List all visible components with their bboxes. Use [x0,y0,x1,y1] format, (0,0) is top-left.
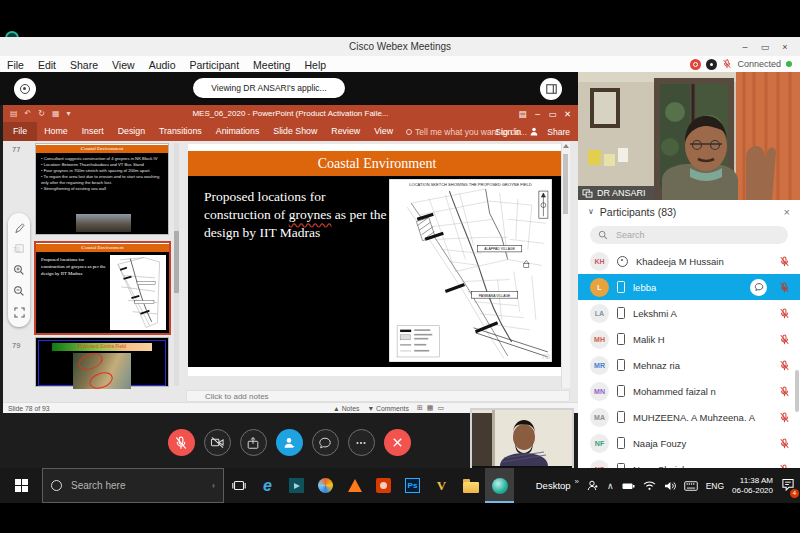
zoom-in-icon[interactable] [13,264,25,276]
annotate-pen-icon[interactable] [14,223,25,234]
taskbar-search[interactable] [42,468,224,503]
taskbar-search-input[interactable] [69,479,205,492]
self-video-thumbnail[interactable] [470,408,574,472]
participant-row[interactable]: KH Khadeeja M Hussain [578,248,800,274]
share-screen-button[interactable] [240,429,267,456]
minimize-button[interactable]: – [736,42,754,52]
menu-share[interactable]: Share [63,59,105,71]
recorder-icon[interactable] [690,59,701,70]
v-app-icon[interactable]: V [427,468,456,503]
reading-view-icon[interactable]: ▭ [437,404,444,412]
sorter-view-icon[interactable]: ▦ [427,404,434,412]
menu-participant[interactable]: Participant [182,59,246,71]
battery-icon[interactable] [622,481,635,491]
powerpoint-titlebar: ▤ ↶ ↻ ▦ ▾ MES_06_2020 - PowerPoint (Prod… [3,105,578,122]
share-button[interactable]: Share [547,127,570,137]
photoshop-icon[interactable]: Ps [398,468,427,503]
tab-animations[interactable]: Animations [209,122,267,141]
sign-in-link[interactable]: Sign in [495,127,521,137]
edge-icon[interactable]: e [253,468,282,503]
vlc-icon[interactable] [340,468,369,503]
tab-home[interactable]: Home [37,122,74,141]
chat-bubble-button[interactable] [750,279,767,296]
maximize-button[interactable]: ▭ [756,42,774,52]
status-dot [786,61,792,67]
mic-muted-button[interactable] [168,429,195,456]
menu-view[interactable]: View [105,59,142,71]
browser-globe-icon[interactable] [311,468,340,503]
pointer-icon[interactable] [14,243,25,254]
ppt-minimize-button[interactable]: – [530,109,545,119]
action-center-button[interactable]: 4 [781,477,795,495]
participant-row[interactable]: NF Naaja Fouzy [578,430,800,456]
tab-design[interactable]: Design [111,122,152,141]
participant-row[interactable]: MR Mehnaz ria [578,352,800,378]
phone-icon [617,333,625,345]
close-panel-icon[interactable]: × [784,206,790,218]
slide-scrollbar[interactable] [561,142,570,388]
search-input[interactable] [614,229,780,241]
chat-button[interactable] [312,429,339,456]
viewing-banner[interactable]: Viewing DR ANSARI's applic... [193,78,345,98]
participant-row-selected[interactable]: L lebba [578,274,800,300]
share-tools-toolbar [8,213,30,327]
language-indicator[interactable]: ENG [706,481,724,491]
participant-row[interactable]: MN Mohammed faizal n [578,378,800,404]
start-button[interactable] [0,468,42,503]
tab-transitions[interactable]: Transitions [152,122,209,141]
touch-keyboard-icon[interactable] [684,481,698,491]
webex-taskbar-icon[interactable] [485,468,514,503]
powerpoint-window: ▤ ↶ ↻ ▦ ▾ MES_06_2020 - PowerPoint (Prod… [3,105,578,412]
notes-pane[interactable]: Click to add notes [186,390,570,402]
tab-review[interactable]: Review [324,122,367,141]
file-explorer-icon[interactable] [456,468,485,503]
chevron-down-icon[interactable]: ∨ [588,207,594,216]
tab-view[interactable]: View [367,122,400,141]
session-options-button[interactable] [14,78,36,100]
ppt-close-button[interactable]: ✕ [560,109,575,119]
people-icon[interactable] [587,480,599,491]
zoom-out-icon[interactable] [13,285,25,297]
camera-off-button[interactable] [204,429,231,456]
more-options-button[interactable] [348,429,375,456]
participant-row[interactable]: MA MUHZEENA. A Muhzeena. A [578,404,800,430]
tab-file[interactable]: File [3,122,37,141]
participant-search[interactable] [590,226,788,244]
leave-meeting-button[interactable] [384,429,411,456]
normal-view-icon[interactable]: ⊞ [417,404,423,412]
fit-view-icon[interactable] [14,307,25,318]
tab-slideshow[interactable]: Slide Show [266,122,324,141]
wifi-icon[interactable] [643,480,656,491]
menu-meeting[interactable]: Meeting [246,59,297,71]
audio-connection-icon[interactable] [706,59,717,70]
participant-row[interactable]: LA Lekshmi A [578,300,800,326]
clock[interactable]: 11:38 AM 06-06-2020 [732,476,773,496]
ppt-restore-button[interactable]: ▭ [545,109,560,119]
slide-thumbnail-77[interactable]: Coastal Environment Consultant suggests … [35,143,169,235]
office-icon[interactable] [369,468,398,503]
participant-row[interactable]: MH Malik H [578,326,800,352]
desktop-toolbar[interactable]: Desktop [536,480,571,491]
notes-toggle[interactable]: ▲ Notes [333,405,359,412]
tab-insert[interactable]: Insert [75,122,111,141]
thumbnail-scrollbar[interactable] [174,143,179,386]
close-button[interactable]: × [776,42,794,52]
layout-button[interactable] [540,78,562,100]
dictate-mic-icon[interactable] [212,480,215,492]
hidden-icons-chevron[interactable]: ∧ [607,481,614,491]
toolbar-overflow-icon[interactable]: » [575,477,579,486]
slide-thumbnail-79[interactable]: Proposed Groins Field [35,337,169,387]
volume-icon[interactable] [664,481,676,491]
menu-edit[interactable]: Edit [31,59,63,71]
comments-toggle[interactable]: ▼ Comments [367,405,408,412]
ribbon-display-icon[interactable]: ▤ [515,109,530,119]
menu-audio[interactable]: Audio [142,59,183,71]
menu-help[interactable]: Help [297,59,333,71]
movies-tv-icon[interactable] [282,468,311,503]
participant-scrollbar[interactable] [795,370,799,412]
participants-button[interactable] [276,429,303,456]
slide-thumbnail-78-selected[interactable]: Coastal Environment Proposed locations f… [34,241,171,335]
participant-row[interactable]: NS Naaz Shajahan [578,456,800,468]
menu-file[interactable]: File [0,59,31,71]
task-view-button[interactable] [224,468,253,503]
